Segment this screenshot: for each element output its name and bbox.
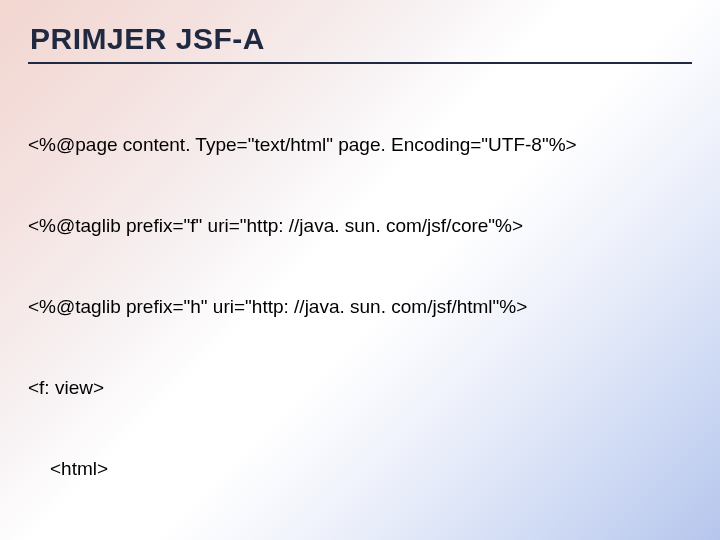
slide-title: PRIMJER JSF-A: [30, 22, 692, 56]
code-line: <%@page content. Type="text/html" page. …: [28, 132, 692, 159]
code-line: <f: view>: [28, 375, 692, 402]
code-line: <html>: [28, 456, 692, 483]
code-block: <%@page content. Type="text/html" page. …: [28, 78, 692, 540]
title-rule: [28, 62, 692, 64]
code-line: <head>: [28, 536, 692, 540]
code-line: <%@taglib prefix="h" uri="http: //java. …: [28, 294, 692, 321]
slide: PRIMJER JSF-A <%@page content. Type="tex…: [0, 0, 720, 540]
code-line: <%@taglib prefix="f" uri="http: //java. …: [28, 213, 692, 240]
